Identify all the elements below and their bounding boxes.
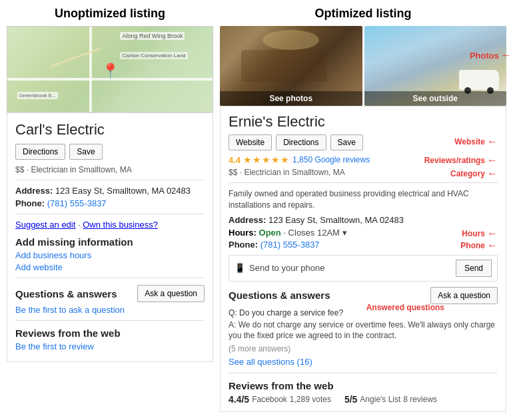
reviews-count-link[interactable]: 1,850 Google reviews (292, 155, 370, 164)
unopt-directions-button[interactable]: Directions (15, 144, 65, 160)
rating-number: 4.4 (229, 155, 241, 165)
photos-arrow-icon: ← (501, 49, 512, 61)
hours-arrow-icon: ← (487, 228, 498, 240)
send-phone-left: 📱 Send to your phone (235, 263, 324, 273)
opt-phone-label: Phone: (229, 240, 258, 250)
opt-qa-question: Q: Do you charge a service fee? (229, 308, 498, 317)
interior-photo[interactable]: See photos (220, 26, 362, 106)
table-decor (241, 50, 326, 82)
opt-reviews-section: Reviews from the web 4.4/5 Facebook 1,28… (229, 380, 498, 405)
add-missing-heading: Add missing information (15, 236, 205, 248)
unopt-reviews-section: Reviews from the web Be the first to rev… (15, 327, 205, 351)
unopt-qa-header: Questions & answers Ask a question (15, 285, 205, 302)
category-annotation: Category ← (450, 168, 498, 180)
map-road-diagonal (49, 47, 100, 67)
reviews-annotation: Reviews/ratings ← (424, 154, 498, 166)
answered-annotation-text: Answered questions (366, 303, 444, 312)
unopt-price: $$ (15, 165, 24, 174)
unopt-save-button[interactable]: Save (69, 144, 102, 160)
opt-qa-answer: A: We do not charge any service or overt… (229, 319, 498, 342)
unopt-btn-row: Directions Save (15, 144, 205, 160)
unopt-reviews-cta[interactable]: Be the first to review (15, 341, 205, 351)
opt-directions-button[interactable]: Directions (276, 134, 326, 150)
unopt-category: Electrician in Smalltown, MA (31, 165, 131, 174)
unopt-phone-link[interactable]: (781) 555-3837 (47, 198, 107, 208)
stars-wrapper: 4.4 ★★★★★ 1,850 Google reviews Reviews/r… (229, 154, 498, 165)
opt-qa-title: Questions & answers (229, 290, 330, 301)
photos-annotation: Photos ← (470, 49, 512, 61)
send-button[interactable]: Send (456, 260, 492, 277)
light-fixture-decor (262, 30, 319, 50)
see-photos-text: See photos (269, 94, 312, 103)
opt-address-value: 123 Easy St, Smalltown, MA 02483 (268, 215, 404, 225)
opt-divider-1 (229, 182, 498, 183)
opt-price: $$ (229, 168, 237, 177)
send-phone-icon: 📱 (235, 263, 245, 273)
opt-phone-link[interactable]: (781) 555-3837 (260, 240, 320, 250)
opt-save-button[interactable]: Save (330, 134, 363, 150)
category-annotation-text: Category (450, 169, 485, 178)
unopt-qa-cta[interactable]: Be the first to ask a question (15, 305, 205, 315)
stars-display: ★★★★★ (243, 154, 290, 165)
map-label-1: Along Red Wing Brook (120, 32, 185, 40)
hours-annotation-text: Hours (462, 229, 485, 238)
unopt-ask-button[interactable]: Ask a question (137, 285, 205, 302)
add-hours-link[interactable]: Add business hours (15, 250, 205, 260)
fb-votes: 1,289 votes (290, 395, 331, 404)
opt-website-button[interactable]: Website (229, 134, 272, 150)
unopt-phone-label: Phone: (15, 198, 45, 208)
opt-hours-close: · Closes 12AM ▾ (283, 228, 346, 238)
opt-qa-header: Questions & answers Ask a question (229, 287, 498, 304)
facebook-review: 4.4/5 Facebook 1,289 votes (229, 394, 331, 405)
add-website-link[interactable]: Add website (15, 262, 205, 272)
opt-address-label: Address: (229, 215, 266, 225)
see-all-link[interactable]: See all questions (16) (229, 357, 312, 367)
optimized-panel: Optimized listing See photos (220, 7, 506, 412)
unopt-suggest-row: Suggest an edit · Own this business? (15, 220, 205, 230)
fb-label: Facebook (252, 395, 287, 404)
van-shape (459, 70, 499, 90)
exterior-photo[interactable]: See outside (364, 26, 507, 106)
opt-hours-label: Hours: (229, 228, 256, 238)
unopt-qa-section: Questions & answers Ask a question Be th… (15, 285, 205, 315)
unopt-address-label: Address: (15, 186, 53, 196)
phone-annotation-text: Phone (460, 241, 485, 250)
left-title: Unoptimized listing (7, 7, 213, 21)
divider-3 (15, 278, 205, 278)
unopt-qa-title: Questions & answers (15, 288, 117, 300)
divider-2 (15, 214, 205, 214)
see-outside-overlay: See outside (364, 91, 507, 106)
own-business-link[interactable]: Own this business? (83, 220, 158, 230)
photos-annotation-text: Photos (470, 51, 499, 61)
map-road-vertical (89, 27, 92, 112)
divider-1 (15, 180, 205, 180)
phone-annotation: Phone ← (460, 240, 498, 252)
category-wrapper: $$ · Electrician in Smalltown, MA Catego… (229, 168, 498, 177)
photos-container: See photos See outside Photos ← (220, 26, 506, 106)
unoptimized-panel: Unoptimized listing Along Red Wing Brook… (7, 7, 213, 412)
al-votes: 8 reviews (403, 395, 437, 404)
opt-more-answers: (5 more answers) (229, 344, 498, 353)
opt-qa-header-wrapper: Questions & answers Ask a question Answe… (229, 287, 498, 304)
unopt-reviews-title: Reviews from the web (15, 327, 205, 339)
opt-reviews-title: Reviews from the web (229, 380, 498, 391)
unoptimized-card: Carl's Electric Directions Save $$ · Ele… (7, 112, 213, 362)
send-phone-row: 📱 Send to your phone Send (229, 255, 498, 282)
suggest-edit-link[interactable]: Suggest an edit (15, 220, 75, 230)
opt-address-row: Address: 123 Easy St, Smalltown, MA 0248… (229, 215, 498, 225)
reviews-annotation-text: Reviews/ratings (424, 156, 485, 165)
reviews-arrow-icon: ← (487, 154, 498, 166)
send-phone-text: Send to your phone (249, 263, 324, 273)
map-pin: 📍 (101, 63, 119, 80)
unopt-price-category: $$ · Electrician in Smalltown, MA (15, 165, 205, 174)
opt-qa-section: Questions & answers Ask a question Answe… (229, 287, 498, 368)
al-score: 5/5 (344, 394, 357, 405)
hours-wrapper: Hours: Open · Closes 12AM ▾ Hours ← (229, 228, 498, 238)
hours-annotation: Hours ← (462, 228, 498, 240)
unopt-address-row: Address: 123 Easy St, Smalltown, MA 0248… (15, 186, 205, 196)
unopt-address-value: 123 Easy St, Smalltown, MA 02483 (55, 186, 191, 196)
opt-ask-button[interactable]: Ask a question (430, 287, 498, 304)
opt-phone-row: Phone: (781) 555-3837 (229, 240, 498, 250)
website-annotation-text: Website (454, 137, 485, 146)
see-outside-text: See outside (413, 94, 458, 103)
